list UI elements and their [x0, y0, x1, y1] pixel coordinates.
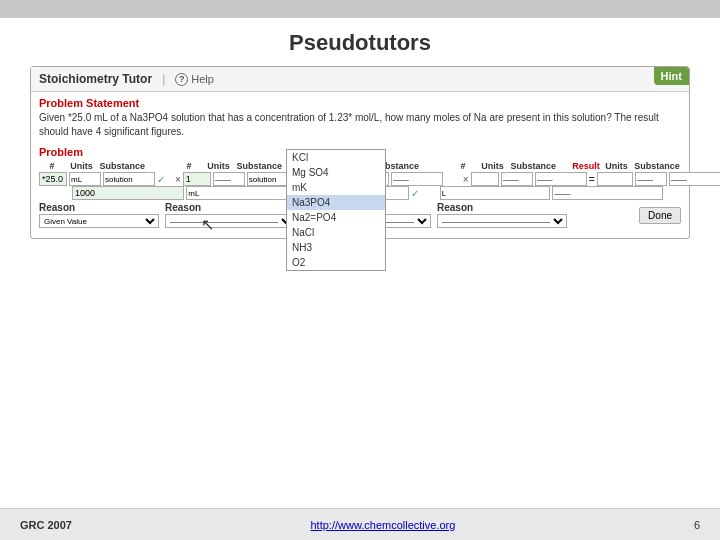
reason-block-4: Reason ——————————————	[437, 202, 567, 228]
row1-substance3-select[interactable]: ——	[391, 172, 443, 186]
footer-left: GRC 2007	[20, 519, 72, 531]
col-header-result-substance: Substance	[633, 161, 681, 171]
substance-dropdown[interactable]: KCl Mg SO4 mK Na3PO4 Na2=PO4 NaCl NH3 O2	[286, 149, 386, 271]
col-header-units2: Units	[204, 161, 233, 171]
help-circle-icon: ?	[175, 73, 188, 86]
col-header-num2: #	[176, 161, 202, 171]
reason-select-2[interactable]: ——————————————	[165, 214, 295, 228]
col-header-substance4: Substance	[509, 161, 557, 171]
dropdown-item-nh3[interactable]: NH3	[287, 240, 385, 255]
row1-op: ×	[175, 174, 181, 185]
reason-select-1[interactable]: Given Value	[39, 214, 159, 228]
row1-result-substance-select[interactable]: ——	[669, 172, 720, 186]
tutor-title: Stoichiometry Tutor	[39, 72, 152, 86]
dropdown-item-nacl[interactable]: NaCl	[287, 225, 385, 240]
row2-substance3-select[interactable]: ——	[552, 186, 663, 200]
row1-num2-input[interactable]	[183, 172, 211, 186]
footer-page-number: 6	[694, 519, 700, 531]
dropdown-item-na3po4[interactable]: Na3PO4	[287, 195, 385, 210]
row1-eq: =	[589, 173, 595, 185]
done-button[interactable]: Done	[639, 207, 681, 224]
footer-link[interactable]: http://www.chemcollective.org	[310, 519, 455, 531]
col-header-num: #	[39, 161, 65, 171]
row1-substance-select[interactable]: solution	[103, 172, 155, 186]
reason-select-4[interactable]: ——————————————	[437, 214, 567, 228]
row1-units-select[interactable]: mL	[69, 172, 101, 186]
dropdown-list[interactable]: KCl Mg SO4 mK Na3PO4 Na2=PO4 NaCl NH3 O2	[287, 150, 385, 270]
col-header-units4: Units	[478, 161, 507, 171]
row1-num4-input[interactable]	[471, 172, 499, 186]
col-header-units1: Units	[67, 161, 96, 171]
dropdown-item-kcl[interactable]: KCl	[287, 150, 385, 165]
reason-label-4: Reason	[437, 202, 567, 213]
problem-statement-text: Given *25.0 mL of a Na3PO4 solution that…	[39, 111, 681, 139]
hint-badge[interactable]: Hint	[654, 67, 689, 85]
reason-label-1: Reason	[39, 202, 159, 213]
row2-check-icon: ✓	[411, 188, 427, 199]
row1-result-units-select[interactable]: ——	[635, 172, 667, 186]
col-header-num4: #	[450, 161, 476, 171]
col-header-result: Result	[572, 161, 600, 171]
dropdown-item-na2po4[interactable]: Na2=PO4	[287, 210, 385, 225]
problem-statement-section: Problem Statement Given *25.0 mL of a Na…	[31, 92, 689, 143]
reason-label-2: Reason	[165, 202, 295, 213]
done-container: Done	[639, 207, 681, 224]
row1-check-icon: ✓	[157, 174, 173, 185]
page-title: Pseudotutors	[0, 18, 720, 66]
tutor-header: Stoichiometry Tutor | ? Help Hint	[31, 67, 689, 92]
bottom-bar: GRC 2007 http://www.chemcollective.org 6	[0, 508, 720, 540]
problem-statement-label: Problem Statement	[39, 97, 681, 109]
dropdown-item-mgso4[interactable]: Mg SO4	[287, 165, 385, 180]
col-header-substance2: Substance	[235, 161, 283, 171]
row1-op3: ×	[463, 174, 469, 185]
row1-substance4-select[interactable]: ——	[535, 172, 587, 186]
reason-block-1: Reason Given Value	[39, 202, 159, 228]
dropdown-item-mk[interactable]: mK	[287, 180, 385, 195]
help-button[interactable]: ? Help	[175, 73, 214, 86]
row2-units3-select[interactable]: L	[440, 186, 551, 200]
tutor-box: Stoichiometry Tutor | ? Help Hint Proble…	[30, 66, 690, 239]
reason-block-2: Reason ——————————————	[165, 202, 295, 228]
col-header-substance1: Substance	[98, 161, 146, 171]
cursor-arrow-icon: ↖	[201, 215, 214, 234]
top-bar	[0, 0, 720, 18]
row1-units2-select[interactable]: ——	[213, 172, 245, 186]
row1-units4-select[interactable]: ——	[501, 172, 533, 186]
dropdown-item-o2[interactable]: O2	[287, 255, 385, 270]
row1-num-input[interactable]	[39, 172, 67, 186]
row2-num-input[interactable]	[72, 186, 184, 200]
row2-units-select[interactable]: mL	[186, 186, 297, 200]
help-label: Help	[191, 73, 214, 85]
tutor-separator: |	[162, 72, 165, 86]
row1-result-num-input[interactable]	[597, 172, 633, 186]
col-header-result-units: Units	[602, 161, 631, 171]
